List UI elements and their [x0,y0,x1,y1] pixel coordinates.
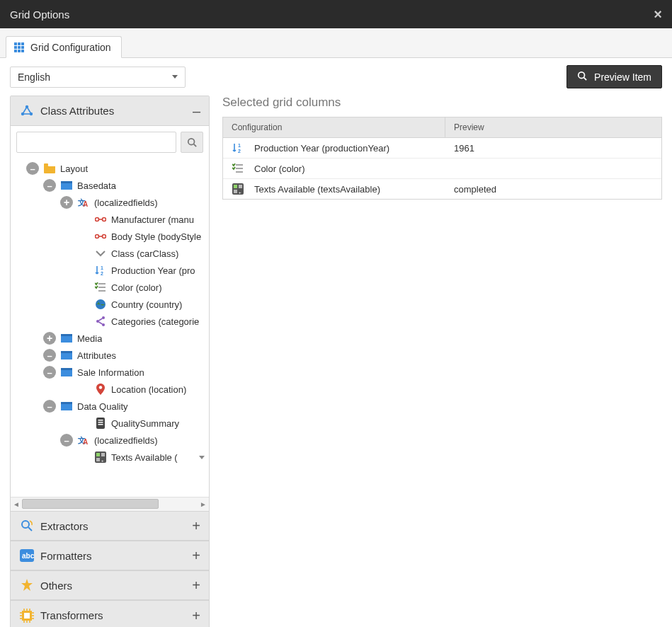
accordion-others[interactable]: Others + [11,570,209,600]
collapse-icon: – [193,104,200,118]
collapse-toggle[interactable] [60,434,73,447]
relation-icon [94,213,107,226]
document-icon [94,417,107,430]
svg-rect-59 [96,458,100,461]
tree-node-color[interactable]: Color (color) [11,279,209,296]
accordion-formatters[interactable]: abc Formatters + [11,541,209,570]
svg-rect-50 [96,418,105,429]
tree-node-location[interactable]: Location (location) [11,381,209,398]
tree-horizontal-scrollbar[interactable]: ◄ ► [11,497,209,511]
search-icon [577,71,587,83]
scroll-left-arrow[interactable]: ◄ [11,500,22,508]
tree-label: (localizedfields) [94,197,158,208]
selected-columns-table: Configuration Preview 12 Production Year… [222,117,662,200]
svg-line-40 [99,322,103,324]
tree-node-categories[interactable]: Categories (categorie [11,313,209,330]
collapse-toggle[interactable] [43,349,56,362]
expand-toggle[interactable] [43,332,56,345]
location-pin-icon [94,383,107,396]
attribute-search-input[interactable] [16,132,176,153]
tree-node-localizedfields-2[interactable]: 文A (localizedfields) [11,432,209,449]
language-select[interactable]: English [10,67,186,88]
svg-rect-57 [96,453,100,456]
svg-text:A: A [83,438,88,446]
cell-config-label: Color (color) [254,163,305,174]
scrollbar-track[interactable] [22,497,198,511]
tree-node-attributes[interactable]: Attributes [11,347,209,364]
tree-node-quality-summary[interactable]: QualitySummary [11,415,209,432]
preview-item-button[interactable]: Preview Item [566,65,662,88]
relation-icon [94,230,107,243]
accordion-transformers[interactable]: Transformers + [11,600,209,627]
tree-label: Manufacturer (manu [111,214,194,225]
tab-grid-configuration[interactable]: Grid Configuration [6,36,122,58]
svg-rect-0 [14,42,17,45]
multiselect-icon [94,281,107,294]
table-row[interactable]: 12 Production Year (productionYear) 1961 [223,138,661,159]
accordion-label: Others [40,580,72,592]
svg-point-25 [96,218,99,222]
collapse-toggle[interactable] [43,400,56,413]
tree-node-localizedfields[interactable]: 文A (localizedfields) [11,194,209,211]
column-header-configuration[interactable]: Configuration [223,117,445,137]
tree-node-layout[interactable]: Layout [11,160,209,177]
tree-node-carclass[interactable]: Class (carClass) [11,245,209,262]
svg-rect-7 [18,50,21,52]
cell-config-label: Production Year (productionYear) [254,143,389,154]
tree-node-basedata[interactable]: Basedata [11,177,209,194]
formatters-icon: abc [19,548,35,563]
svg-text:2: 2 [238,149,241,154]
svg-rect-44 [61,351,72,353]
share-icon [94,315,107,328]
tree-node-texts-available[interactable]: + Texts Available ( [11,449,209,466]
accordion-extractors[interactable]: Extractors + [11,511,209,541]
tree-label: Sale Information [77,367,144,378]
svg-line-62 [28,527,32,531]
tree-node-media[interactable]: Media [11,330,209,347]
svg-rect-2 [21,42,24,45]
svg-text:abc: abc [22,552,34,560]
scroll-right-arrow[interactable]: ► [198,500,209,508]
tree-label: Body Style (bodyStyle [111,231,201,242]
tree-node-body-style[interactable]: Body Style (bodyStyle [11,228,209,245]
collapse-toggle[interactable] [43,366,56,379]
scrollbar-thumb[interactable] [22,499,159,509]
attribute-tree[interactable]: Layout Basedata [11,159,209,497]
tree-node-country[interactable]: Country (country) [11,296,209,313]
tree-node-data-quality[interactable]: Data Quality [11,398,209,415]
svg-point-47 [99,386,102,389]
transformers-icon [19,608,35,623]
svg-text:1: 1 [238,143,241,148]
svg-rect-53 [98,424,103,425]
tree-node-production-year[interactable]: 12 Production Year (pro [11,262,209,279]
svg-rect-6 [14,50,17,52]
tree-label: (localizedfields) [94,435,158,446]
calculated-icon: + [232,183,244,195]
chevron-down-icon [94,247,107,260]
svg-line-18 [194,144,197,147]
collapse-toggle[interactable] [26,162,39,175]
expand-icon: + [192,609,200,623]
svg-rect-3 [14,46,17,49]
attribute-search-button[interactable] [181,132,203,153]
globe-icon [94,298,107,311]
svg-rect-67 [24,613,30,619]
selected-columns-heading: Selected grid columns [222,96,662,117]
accordion-label: Formatters [40,550,92,562]
accordion-class-attributes[interactable]: Class Attributes – [11,96,209,126]
close-button[interactable]: × [654,6,662,23]
tree-node-sale-information[interactable]: Sale Information [11,364,209,381]
tree-node-manufacturer[interactable]: Manufacturer (manu [11,211,209,228]
svg-rect-1 [18,42,21,45]
table-row[interactable]: Color (color) [223,159,661,179]
collapse-toggle[interactable] [43,179,56,192]
extractors-icon [19,518,35,534]
top-row: English Preview Item [0,58,672,96]
panel-icon [60,366,73,379]
expand-toggle[interactable] [60,196,73,209]
tree-label: Data Quality [77,401,128,412]
svg-rect-86 [234,185,237,188]
column-header-preview[interactable]: Preview [445,117,661,137]
svg-line-14 [23,107,27,114]
table-row[interactable]: + Texts Available (textsAvailable) compl… [223,179,661,199]
